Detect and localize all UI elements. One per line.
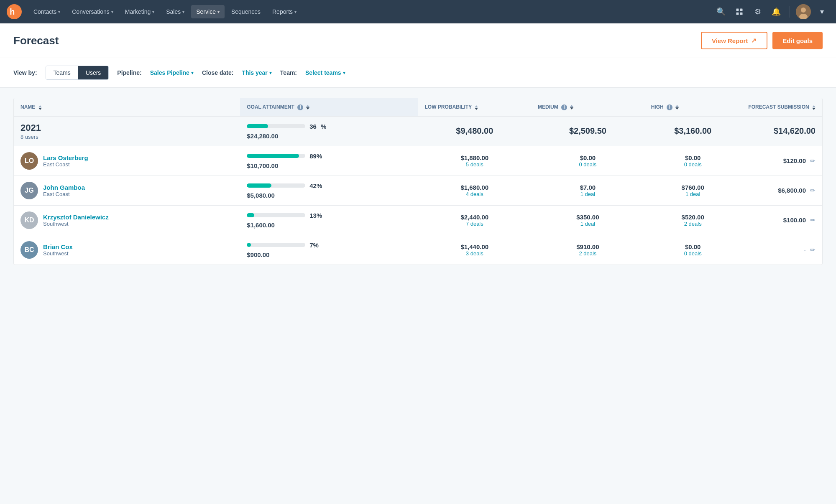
user-low-cell: $1,440.003 deals (418, 235, 531, 265)
page-title: Forecast (13, 34, 59, 47)
user-team: Southwest (43, 250, 73, 257)
col-header-name[interactable]: NAME (14, 98, 240, 116)
forecast-table-container: NAME GOAL ATTAINMENT i LOW PROBABILITY M… (13, 98, 823, 265)
user-name-cell: LO Lars Osterberg East Coast (14, 146, 240, 176)
high-value: $0.00 (651, 154, 735, 161)
avatar: BC (20, 241, 38, 259)
edit-icon[interactable]: ✏ (810, 157, 816, 165)
progress-bar-fill (247, 154, 299, 158)
col-header-low[interactable]: LOW PROBABILITY (418, 98, 531, 116)
search-button[interactable]: 🔍 (713, 4, 729, 19)
avatar: LO (20, 152, 38, 170)
settings-icon[interactable]: ⚙ (750, 4, 765, 19)
progress-bar-fill (247, 183, 271, 188)
user-medium-cell: $910.002 deals (531, 235, 644, 265)
medium-value: $0.00 (538, 154, 638, 161)
sort-icon (475, 105, 478, 110)
user-cell: JG John Gamboa East Coast (20, 182, 233, 199)
nav-reports[interactable]: Reports ▾ (267, 5, 302, 18)
sort-icon (306, 105, 309, 109)
nav-service[interactable]: Service ▾ (191, 5, 225, 18)
user-percent: 13% (309, 212, 322, 219)
user-progress: 42% (247, 182, 411, 189)
chevron-down-icon: ▾ (269, 70, 272, 76)
svg-rect-5 (740, 13, 743, 15)
close-date-dropdown[interactable]: This year ▾ (242, 69, 271, 76)
marketplace-icon[interactable] (732, 4, 747, 19)
svg-text:h: h (10, 7, 15, 16)
nav-conversations[interactable]: Conversations ▾ (67, 5, 118, 18)
table-row-summary: 2021 8 users 36 % $24,280.00 $9,480.00 (14, 116, 822, 146)
low-value: $1,880.00 (424, 154, 524, 161)
low-deals: 7 deals (424, 221, 524, 227)
progress-bar-background (247, 154, 305, 158)
col-header-medium[interactable]: MEDIUM i (531, 98, 644, 116)
col-header-high[interactable]: HIGH i (644, 98, 741, 116)
view-by-teams-button[interactable]: Teams (46, 66, 78, 79)
external-link-icon: ↗ (751, 37, 757, 44)
sort-icon (812, 105, 816, 110)
summary-medium-value: $2,509.50 (569, 126, 606, 135)
high-deals: 0 deals (651, 250, 735, 257)
svg-rect-2 (736, 9, 739, 11)
user-goal-cell: 42% $5,080.00 (240, 176, 418, 205)
forecast-table: NAME GOAL ATTAINMENT i LOW PROBABILITY M… (14, 98, 822, 265)
high-deals: 2 deals (651, 221, 735, 227)
nav-sales[interactable]: Sales ▾ (161, 5, 189, 18)
edit-icon[interactable]: ✏ (810, 246, 816, 254)
user-forecast-cell: $120.00✏ (741, 146, 822, 176)
user-avatar[interactable] (796, 4, 811, 19)
progress-bar-fill (247, 124, 268, 128)
user-forecast-cell: $6,800.00✏ (741, 176, 822, 205)
summary-high-value: $3,160.00 (674, 126, 711, 135)
col-header-goal[interactable]: GOAL ATTAINMENT i (240, 98, 418, 116)
user-high-cell: $0.000 deals (644, 235, 741, 265)
user-goal-amount: $1,600.00 (247, 221, 411, 229)
user-name[interactable]: Lars Osterberg (43, 154, 88, 161)
edit-icon[interactable]: ✏ (810, 216, 816, 224)
pipeline-dropdown[interactable]: Sales Pipeline ▾ (150, 69, 194, 76)
nav-marketing[interactable]: Marketing ▾ (120, 5, 159, 18)
user-high-cell: $520.002 deals (644, 205, 741, 235)
edit-goals-button[interactable]: Edit goals (772, 32, 823, 49)
chevron-down-icon: ▾ (343, 70, 345, 76)
table-row: BC Brian Cox Southwest 7% $900.00$1,440.… (14, 235, 822, 265)
user-cell: KD Krzysztof Danielewicz Southwest (20, 211, 233, 229)
summary-high-cell: $3,160.00 (644, 116, 741, 146)
col-header-forecast[interactable]: FORECAST SUBMISSION (741, 98, 822, 116)
pipeline-label: Pipeline: (117, 69, 141, 76)
summary-percent: 36 (309, 123, 317, 130)
medium-value: $910.00 (538, 243, 638, 250)
user-name[interactable]: Brian Cox (43, 243, 73, 250)
info-icon[interactable]: i (561, 104, 567, 110)
account-chevron-icon[interactable]: ▾ (814, 4, 829, 19)
avatar: JG (20, 182, 38, 199)
user-forecast-cell: -✏ (741, 235, 822, 265)
view-report-button[interactable]: View Report ↗ (701, 32, 767, 49)
user-team: East Coast (43, 161, 88, 168)
close-date-label: Close date: (202, 69, 233, 76)
chevron-down-icon: ▾ (58, 10, 60, 14)
nav-contacts[interactable]: Contacts ▾ (28, 5, 65, 18)
view-by-users-button[interactable]: Users (78, 66, 109, 79)
user-goal-amount: $900.00 (247, 251, 411, 258)
user-low-cell: $2,440.007 deals (418, 205, 531, 235)
medium-deals: 0 deals (538, 161, 638, 168)
user-progress: 13% (247, 212, 411, 219)
hubspot-logo[interactable]: h (7, 4, 22, 19)
edit-icon[interactable]: ✏ (810, 187, 816, 194)
forecast-dash: - (804, 247, 806, 253)
info-icon[interactable]: i (297, 104, 303, 110)
top-navigation: h Contacts ▾ Conversations ▾ Marketing ▾… (0, 0, 836, 23)
avatar: KD (20, 211, 38, 229)
summary-year: 2021 (20, 122, 233, 133)
high-value: $520.00 (651, 214, 735, 221)
user-name[interactable]: John Gamboa (43, 184, 85, 191)
notifications-icon[interactable]: 🔔 (769, 4, 784, 19)
user-name[interactable]: Krzysztof Danielewicz (43, 214, 109, 221)
medium-value: $350.00 (538, 214, 638, 221)
team-dropdown[interactable]: Select teams ▾ (305, 69, 345, 76)
nav-sequences[interactable]: Sequences (226, 5, 266, 18)
info-icon[interactable]: i (667, 104, 672, 110)
view-by-label: View by: (13, 69, 37, 76)
